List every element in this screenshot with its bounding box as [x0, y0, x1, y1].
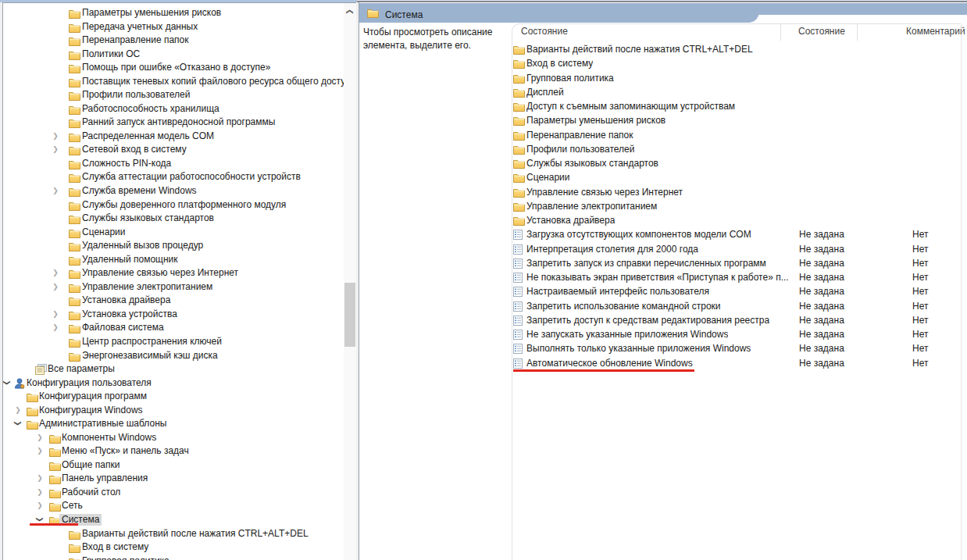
tree-item[interactable]: Сложность PIN-кода — [0, 157, 355, 170]
list-row-folder[interactable]: Установка драйвера — [512, 213, 963, 227]
scroll-up-arrow-icon[interactable]: ❯ — [345, 9, 353, 15]
chevron-right-icon[interactable]: ❯ — [52, 185, 59, 196]
tree-item[interactable]: Профили пользователей — [0, 88, 355, 102]
chevron-right-icon[interactable]: ❯ — [36, 487, 44, 498]
tree-item[interactable]: ❯Панель управления — [0, 472, 355, 485]
tree-item[interactable]: ❯Меню «Пуск» и панель задач — [0, 444, 355, 458]
tree-item-label[interactable]: Групповая политика — [82, 555, 169, 560]
tree-item-label[interactable]: Энергонезависимый кэш диска — [82, 350, 218, 362]
setting-name[interactable]: Сценарии — [526, 172, 569, 183]
tree-item-label[interactable]: Центр распространения ключей — [82, 336, 222, 348]
list-row-folder[interactable]: Профили пользователей — [512, 142, 963, 156]
tree-item[interactable]: ❯Управление электропитанием — [0, 280, 355, 294]
tree-item-label[interactable]: Варианты действий после нажатия CTRL+ALT… — [82, 528, 309, 540]
tree-item-label[interactable]: Рабочий стол — [62, 487, 120, 498]
tree-item-label[interactable]: Все параметры — [48, 363, 115, 375]
tree-item-label[interactable]: Передача учетных данных — [82, 21, 198, 33]
tree-item[interactable]: ❯Распределенная модель COM — [0, 130, 355, 143]
list-row-policy[interactable]: Настраиваемый интерфейс пользователяНе з… — [512, 284, 963, 298]
list-row-folder[interactable]: Параметры уменьшения рисков — [512, 113, 963, 127]
tree-item-label[interactable]: Конфигурация программ — [39, 391, 147, 402]
tree-item[interactable]: ❯Управление связью через Интернет — [0, 266, 355, 280]
tree-item-label[interactable]: Управление связью через Интернет — [82, 267, 238, 279]
setting-name[interactable]: Управление электропитанием — [526, 201, 657, 212]
tree-item[interactable]: Работоспособность хранилища — [0, 102, 355, 116]
tree-item[interactable]: Все параметры — [0, 362, 355, 376]
tree-item-label[interactable]: Установка драйвера — [82, 294, 170, 306]
setting-name[interactable]: Автоматическое обновление Windows — [526, 358, 693, 369]
tree-item-label[interactable]: Административные шаблоны — [39, 418, 166, 430]
list-row-policy[interactable]: Не показывать экран приветствия «Приступ… — [512, 270, 963, 284]
chevron-down-icon[interactable]: ❯ — [12, 419, 23, 427]
chevron-right-icon[interactable]: ❯ — [52, 267, 59, 278]
tree-item-label[interactable]: Распределенная модель COM — [82, 130, 214, 142]
tree-item[interactable]: Помощь при ошибке «Отказано в доступе» — [0, 61, 355, 74]
tree-item-label[interactable]: Файловая система — [82, 322, 164, 334]
list-row-folder[interactable]: Варианты действий после нажатия CTRL+ALT… — [512, 42, 963, 56]
tree-item-label[interactable]: Удаленный помощник — [82, 254, 178, 266]
tree-item-label[interactable]: Служба времени Windows — [82, 185, 197, 197]
tree-item[interactable]: Политики ОС — [0, 48, 355, 61]
tree-item-label[interactable]: Сценарии — [82, 226, 125, 238]
chevron-right-icon[interactable]: ❯ — [36, 473, 44, 483]
column-header-state[interactable]: Состояние — [798, 26, 845, 37]
tree-item[interactable]: Групповая политика — [0, 555, 355, 560]
list-row-folder[interactable]: Сценарии — [512, 170, 963, 184]
tree-item[interactable]: Перенаправление папок — [0, 34, 355, 47]
tree-item[interactable]: ❯Сеть — [0, 499, 355, 512]
tree-item-label[interactable]: Конфигурация Windows — [39, 405, 143, 416]
tree-item[interactable]: Передача учетных данных — [0, 20, 355, 34]
setting-name[interactable]: Не запускать указанные приложения Window… — [526, 329, 728, 340]
tree-item[interactable]: Параметры уменьшения рисков — [0, 6, 355, 20]
chevron-down-icon[interactable]: ❯ — [2, 379, 12, 387]
tree-item-label[interactable]: Сложность PIN-кода — [82, 158, 171, 169]
list-row-folder[interactable]: Службы языковых стандартов — [512, 156, 963, 170]
tree-item[interactable]: Вход в систему — [0, 540, 355, 554]
column-header-comment[interactable]: Комментарий — [906, 26, 965, 37]
tree-item-label[interactable]: Компоненты Windows — [62, 432, 156, 444]
tree-item-label[interactable]: Служба аттестации работоспособности устр… — [82, 171, 301, 183]
tree-item-label[interactable]: Сеть — [62, 500, 83, 512]
tree-item-label[interactable]: Перенаправление папок — [82, 34, 189, 46]
list-row-policy[interactable]: Загрузка отсутствующих компонентов модел… — [512, 227, 963, 241]
tree-item-label[interactable]: Панель управления — [62, 473, 148, 484]
chevron-down-icon[interactable]: ❯ — [34, 515, 45, 523]
tree-item-label[interactable]: Общие папки — [62, 459, 120, 471]
tree-item[interactable]: Центр распространения ключей — [0, 335, 355, 348]
tree-item[interactable]: Удаленный вызов процедур — [0, 239, 355, 252]
setting-name[interactable]: Перенаправление папок — [526, 130, 633, 141]
tree-item[interactable]: Общие папки — [0, 458, 355, 472]
setting-name[interactable]: Интерпретация столетия для 2000 года — [526, 244, 698, 255]
list-row-policy[interactable]: Автоматическое обновление WindowsНе зада… — [512, 356, 963, 370]
setting-name[interactable]: Доступ к съемным запоминающим устройства… — [526, 101, 735, 112]
chevron-right-icon[interactable]: ❯ — [36, 500, 44, 511]
list-row-policy[interactable]: Запретить доступ к средствам редактирова… — [512, 313, 963, 327]
tree-item[interactable]: ❯Компоненты Windows — [0, 431, 355, 444]
chevron-right-icon[interactable]: ❯ — [36, 445, 44, 456]
tree-item-label[interactable]: Службы языковых стандартов — [82, 212, 214, 224]
setting-name[interactable]: Службы языковых стандартов — [526, 158, 658, 169]
tree-item[interactable]: Конфигурация программ — [0, 390, 355, 403]
tree-item-label[interactable]: Профили пользователей — [82, 89, 190, 101]
setting-name[interactable]: Установка драйвера — [526, 215, 615, 226]
tree-item[interactable]: ❯Сетевой вход в систему — [0, 143, 355, 156]
setting-name[interactable]: Запретить запуск из справки перечисленны… — [526, 258, 766, 269]
chevron-right-icon[interactable]: ❯ — [52, 130, 59, 141]
tree-item[interactable]: ❯Установка устройства — [0, 308, 355, 321]
setting-name[interactable]: Профили пользователей — [526, 144, 634, 155]
column-header-setting[interactable]: Состояние — [521, 26, 568, 37]
tree-item-label[interactable]: Работоспособность хранилища — [82, 103, 219, 115]
tree-item[interactable]: Сценарии — [0, 226, 355, 239]
list-row-folder[interactable]: Дисплей — [512, 85, 963, 99]
setting-name[interactable]: Групповая политика — [526, 73, 614, 84]
scrollbar-thumb[interactable] — [344, 283, 355, 347]
list-row-folder[interactable]: Управление электропитанием — [512, 199, 963, 213]
tree-item[interactable]: ❯Служба времени Windows — [0, 184, 355, 198]
tree-item[interactable]: Энергонезависимый кэш диска — [0, 349, 355, 362]
tree-item[interactable]: Службы доверенного платформенного модуля — [0, 198, 355, 212]
tree-scrollbar[interactable]: ❯ — [344, 3, 356, 560]
chevron-right-icon[interactable]: ❯ — [14, 405, 22, 416]
setting-name[interactable]: Не показывать экран приветствия «Приступ… — [526, 272, 788, 283]
chevron-right-icon[interactable]: ❯ — [52, 309, 59, 319]
tree-item[interactable]: ❯Конфигурация пользователя — [0, 376, 355, 390]
